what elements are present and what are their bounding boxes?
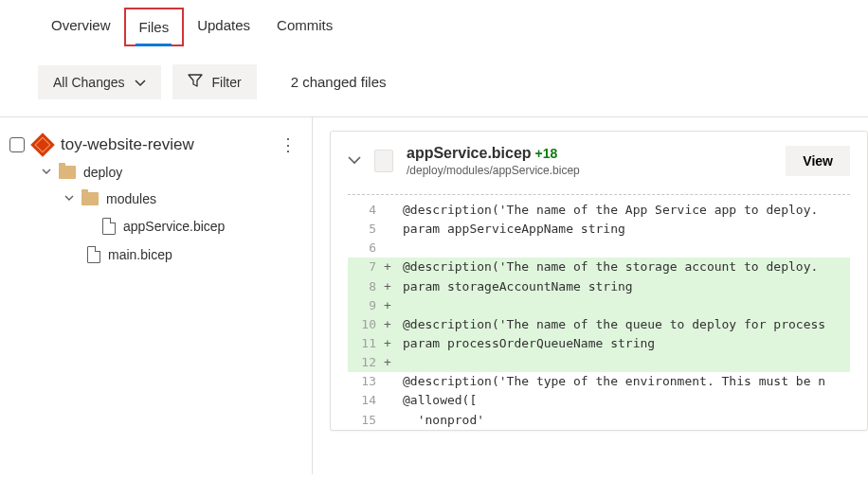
diff-marker: +	[384, 315, 399, 334]
all-changes-label: All Changes	[53, 75, 125, 90]
diff-panel: appService.bicep +18 /deploy/modules/app…	[313, 117, 868, 474]
diff-marker	[384, 220, 399, 239]
file-label: main.bicep	[108, 247, 172, 262]
code-line-added: 10+@description('The name of the queue t…	[348, 315, 850, 334]
diff-file-title: appService.bicep	[407, 145, 532, 161]
code-line: 5 param appServiceAppName string	[348, 220, 850, 239]
line-number: 7	[348, 258, 384, 276]
filter-label: Filter	[212, 75, 242, 90]
code-text	[399, 296, 850, 315]
code-line: 15 'nonprod'	[348, 411, 850, 430]
line-number: 5	[348, 220, 384, 239]
tab-overview[interactable]: Overview	[38, 8, 124, 46]
tab-commits[interactable]: Commits	[263, 8, 346, 46]
line-number: 10	[348, 315, 384, 334]
code-line-added: 12+	[348, 353, 850, 372]
code-line: 6	[348, 239, 850, 258]
line-number: 15	[348, 411, 384, 430]
filter-icon	[188, 74, 203, 90]
code-text: param processOrderQueueName string	[399, 334, 850, 353]
tree-folder-modules[interactable]: modules	[9, 186, 302, 212]
diff-marker	[384, 201, 399, 220]
code-line-added: 11+param processOrderQueueName string	[348, 334, 850, 353]
code-line-added: 7+@description('The name of the storage …	[348, 258, 850, 276]
code-text: param storageAccountName string	[399, 277, 850, 296]
line-number: 6	[348, 239, 384, 258]
diff-separator	[348, 194, 850, 195]
changed-files-summary: 2 changed files	[291, 74, 387, 90]
tree-root-row[interactable]: toy-website-review	[9, 131, 302, 159]
diff-marker	[384, 239, 399, 258]
file-heading: appService.bicep +18 /deploy/modules/app…	[407, 145, 580, 177]
code-line: 4 @description('The name of the App Serv…	[348, 201, 850, 220]
tabs-bar: Overview Files Updates Commits	[0, 0, 868, 47]
code-line: 13 @description('The type of the environ…	[348, 372, 850, 391]
file-label: appService.bicep	[123, 219, 225, 234]
diff-marker	[384, 391, 399, 410]
diff-code-block: 4 @description('The name of the App Serv…	[348, 201, 850, 430]
tree-folder-deploy[interactable]: deploy	[9, 159, 302, 186]
line-number: 4	[348, 201, 384, 220]
code-text: @description('The name of the queue to d…	[399, 315, 850, 334]
repo-icon	[30, 133, 54, 156]
chevron-down-icon	[135, 75, 146, 90]
line-number: 13	[348, 372, 384, 391]
chevron-down-icon	[64, 192, 74, 205]
repo-name: toy-website-review	[61, 135, 194, 154]
folder-icon	[81, 192, 99, 205]
diff-marker	[384, 411, 399, 430]
diff-marker: +	[384, 277, 399, 296]
code-text: param appServiceAppName string	[399, 220, 850, 239]
tab-updates[interactable]: Updates	[184, 8, 263, 46]
all-changes-dropdown[interactable]: All Changes	[38, 65, 161, 99]
tree-file-main[interactable]: main.bicep	[9, 240, 302, 269]
line-number: 11	[348, 334, 384, 353]
folder-label: modules	[106, 191, 156, 206]
code-line-added: 9+	[348, 296, 850, 315]
diff-card: appService.bicep +18 /deploy/modules/app…	[330, 131, 868, 431]
code-text: 'nonprod'	[399, 411, 850, 430]
diff-marker	[384, 372, 399, 391]
code-text	[399, 353, 850, 372]
tab-files[interactable]: Files	[124, 8, 185, 46]
file-icon	[87, 246, 100, 263]
diff-marker: +	[384, 353, 399, 372]
collapse-toggle[interactable]	[348, 153, 361, 169]
folder-icon	[59, 166, 76, 179]
file-icon	[374, 150, 393, 172]
diff-marker: +	[384, 258, 399, 276]
code-text: @allowed([	[399, 391, 850, 410]
code-line: 14 @allowed([	[348, 391, 850, 410]
line-number: 14	[348, 391, 384, 410]
diff-marker: +	[384, 334, 399, 353]
line-number: 12	[348, 353, 384, 372]
folder-label: deploy	[83, 165, 122, 180]
code-text	[399, 239, 850, 258]
repo-checkbox[interactable]	[9, 137, 25, 152]
line-number: 9	[348, 296, 384, 315]
file-tree: ⋮ toy-website-review deploy modules appS…	[0, 117, 313, 474]
diff-file-path: /deploy/modules/appService.bicep	[407, 164, 580, 177]
diff-header: appService.bicep +18 /deploy/modules/app…	[348, 145, 850, 177]
tree-more-menu[interactable]: ⋮	[280, 134, 297, 155]
toolbar: All Changes Filter 2 changed files	[0, 47, 868, 117]
chevron-down-icon	[42, 166, 51, 179]
diff-marker: +	[384, 296, 399, 315]
file-icon	[102, 218, 116, 235]
view-button[interactable]: View	[786, 146, 850, 176]
diff-additions-count: +18	[535, 146, 558, 161]
code-line-added: 8+param storageAccountName string	[348, 277, 850, 296]
code-text: @description('The name of the App Servic…	[399, 201, 850, 220]
filter-button[interactable]: Filter	[172, 64, 257, 99]
code-text: @description('The type of the environmen…	[399, 372, 850, 391]
line-number: 8	[348, 277, 384, 296]
tree-file-appservice[interactable]: appService.bicep	[9, 212, 302, 240]
code-text: @description('The name of the storage ac…	[399, 258, 850, 276]
